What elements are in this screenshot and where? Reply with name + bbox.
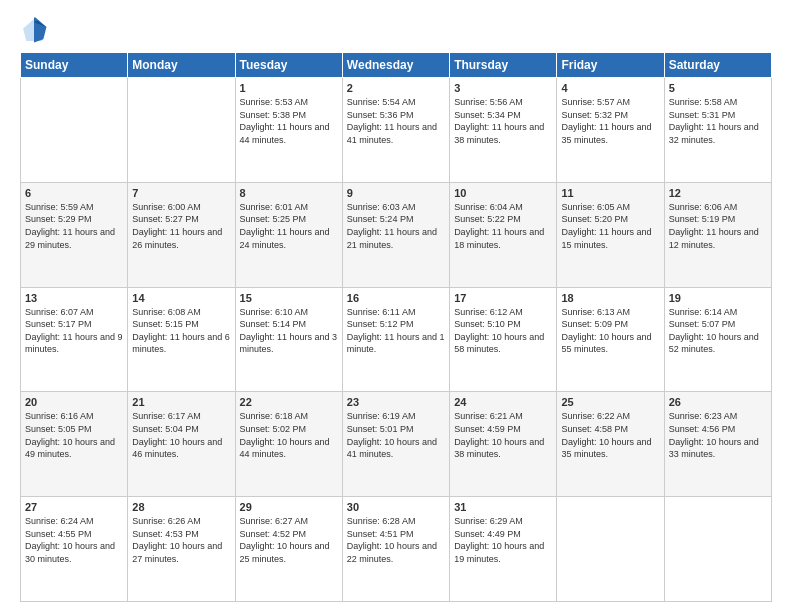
day-info: Sunrise: 5:58 AM Sunset: 5:31 PM Dayligh…	[669, 96, 767, 146]
day-number: 21	[132, 396, 230, 408]
day-number: 4	[561, 82, 659, 94]
day-info: Sunrise: 5:57 AM Sunset: 5:32 PM Dayligh…	[561, 96, 659, 146]
day-number: 10	[454, 187, 552, 199]
week-row-5: 27Sunrise: 6:24 AM Sunset: 4:55 PM Dayli…	[21, 497, 772, 602]
weekday-thursday: Thursday	[450, 53, 557, 78]
day-info: Sunrise: 6:16 AM Sunset: 5:05 PM Dayligh…	[25, 410, 123, 460]
day-number: 18	[561, 292, 659, 304]
day-number: 8	[240, 187, 338, 199]
day-number: 6	[25, 187, 123, 199]
day-number: 1	[240, 82, 338, 94]
calendar-cell: 3Sunrise: 5:56 AM Sunset: 5:34 PM Daylig…	[450, 78, 557, 183]
day-number: 13	[25, 292, 123, 304]
calendar-cell: 26Sunrise: 6:23 AM Sunset: 4:56 PM Dayli…	[664, 392, 771, 497]
day-number: 14	[132, 292, 230, 304]
day-info: Sunrise: 5:53 AM Sunset: 5:38 PM Dayligh…	[240, 96, 338, 146]
day-info: Sunrise: 6:03 AM Sunset: 5:24 PM Dayligh…	[347, 201, 445, 251]
calendar-cell: 4Sunrise: 5:57 AM Sunset: 5:32 PM Daylig…	[557, 78, 664, 183]
weekday-saturday: Saturday	[664, 53, 771, 78]
day-number: 5	[669, 82, 767, 94]
day-info: Sunrise: 6:10 AM Sunset: 5:14 PM Dayligh…	[240, 306, 338, 356]
weekday-wednesday: Wednesday	[342, 53, 449, 78]
calendar-cell: 31Sunrise: 6:29 AM Sunset: 4:49 PM Dayli…	[450, 497, 557, 602]
calendar-cell	[557, 497, 664, 602]
calendar-cell	[21, 78, 128, 183]
calendar-cell: 17Sunrise: 6:12 AM Sunset: 5:10 PM Dayli…	[450, 287, 557, 392]
calendar: SundayMondayTuesdayWednesdayThursdayFrid…	[20, 52, 772, 602]
day-info: Sunrise: 6:17 AM Sunset: 5:04 PM Dayligh…	[132, 410, 230, 460]
calendar-cell	[664, 497, 771, 602]
calendar-cell: 1Sunrise: 5:53 AM Sunset: 5:38 PM Daylig…	[235, 78, 342, 183]
page: SundayMondayTuesdayWednesdayThursdayFrid…	[0, 0, 792, 612]
day-info: Sunrise: 6:07 AM Sunset: 5:17 PM Dayligh…	[25, 306, 123, 356]
day-number: 27	[25, 501, 123, 513]
calendar-cell: 22Sunrise: 6:18 AM Sunset: 5:02 PM Dayli…	[235, 392, 342, 497]
day-info: Sunrise: 6:21 AM Sunset: 4:59 PM Dayligh…	[454, 410, 552, 460]
calendar-cell: 20Sunrise: 6:16 AM Sunset: 5:05 PM Dayli…	[21, 392, 128, 497]
calendar-body: 1Sunrise: 5:53 AM Sunset: 5:38 PM Daylig…	[21, 78, 772, 602]
day-number: 30	[347, 501, 445, 513]
calendar-cell: 29Sunrise: 6:27 AM Sunset: 4:52 PM Dayli…	[235, 497, 342, 602]
weekday-friday: Friday	[557, 53, 664, 78]
weekday-tuesday: Tuesday	[235, 53, 342, 78]
day-number: 16	[347, 292, 445, 304]
calendar-cell: 16Sunrise: 6:11 AM Sunset: 5:12 PM Dayli…	[342, 287, 449, 392]
calendar-cell: 10Sunrise: 6:04 AM Sunset: 5:22 PM Dayli…	[450, 182, 557, 287]
logo	[20, 16, 52, 44]
weekday-sunday: Sunday	[21, 53, 128, 78]
day-number: 23	[347, 396, 445, 408]
calendar-cell: 30Sunrise: 6:28 AM Sunset: 4:51 PM Dayli…	[342, 497, 449, 602]
day-number: 15	[240, 292, 338, 304]
day-info: Sunrise: 6:04 AM Sunset: 5:22 PM Dayligh…	[454, 201, 552, 251]
day-number: 20	[25, 396, 123, 408]
calendar-cell: 11Sunrise: 6:05 AM Sunset: 5:20 PM Dayli…	[557, 182, 664, 287]
day-info: Sunrise: 5:56 AM Sunset: 5:34 PM Dayligh…	[454, 96, 552, 146]
logo-icon	[20, 16, 48, 44]
day-number: 12	[669, 187, 767, 199]
calendar-cell: 18Sunrise: 6:13 AM Sunset: 5:09 PM Dayli…	[557, 287, 664, 392]
weekday-monday: Monday	[128, 53, 235, 78]
day-info: Sunrise: 6:29 AM Sunset: 4:49 PM Dayligh…	[454, 515, 552, 565]
header	[20, 16, 772, 44]
weekday-row: SundayMondayTuesdayWednesdayThursdayFrid…	[21, 53, 772, 78]
day-info: Sunrise: 6:19 AM Sunset: 5:01 PM Dayligh…	[347, 410, 445, 460]
day-number: 3	[454, 82, 552, 94]
day-info: Sunrise: 6:05 AM Sunset: 5:20 PM Dayligh…	[561, 201, 659, 251]
calendar-cell: 19Sunrise: 6:14 AM Sunset: 5:07 PM Dayli…	[664, 287, 771, 392]
calendar-cell: 21Sunrise: 6:17 AM Sunset: 5:04 PM Dayli…	[128, 392, 235, 497]
day-number: 22	[240, 396, 338, 408]
day-info: Sunrise: 6:00 AM Sunset: 5:27 PM Dayligh…	[132, 201, 230, 251]
day-info: Sunrise: 6:14 AM Sunset: 5:07 PM Dayligh…	[669, 306, 767, 356]
day-info: Sunrise: 6:08 AM Sunset: 5:15 PM Dayligh…	[132, 306, 230, 356]
calendar-cell: 28Sunrise: 6:26 AM Sunset: 4:53 PM Dayli…	[128, 497, 235, 602]
day-info: Sunrise: 6:13 AM Sunset: 5:09 PM Dayligh…	[561, 306, 659, 356]
week-row-3: 13Sunrise: 6:07 AM Sunset: 5:17 PM Dayli…	[21, 287, 772, 392]
day-number: 17	[454, 292, 552, 304]
calendar-cell	[128, 78, 235, 183]
calendar-cell: 9Sunrise: 6:03 AM Sunset: 5:24 PM Daylig…	[342, 182, 449, 287]
calendar-cell: 24Sunrise: 6:21 AM Sunset: 4:59 PM Dayli…	[450, 392, 557, 497]
week-row-2: 6Sunrise: 5:59 AM Sunset: 5:29 PM Daylig…	[21, 182, 772, 287]
day-info: Sunrise: 6:01 AM Sunset: 5:25 PM Dayligh…	[240, 201, 338, 251]
day-info: Sunrise: 6:12 AM Sunset: 5:10 PM Dayligh…	[454, 306, 552, 356]
day-info: Sunrise: 6:27 AM Sunset: 4:52 PM Dayligh…	[240, 515, 338, 565]
day-info: Sunrise: 5:54 AM Sunset: 5:36 PM Dayligh…	[347, 96, 445, 146]
day-info: Sunrise: 6:18 AM Sunset: 5:02 PM Dayligh…	[240, 410, 338, 460]
day-info: Sunrise: 6:28 AM Sunset: 4:51 PM Dayligh…	[347, 515, 445, 565]
week-row-4: 20Sunrise: 6:16 AM Sunset: 5:05 PM Dayli…	[21, 392, 772, 497]
day-info: Sunrise: 6:23 AM Sunset: 4:56 PM Dayligh…	[669, 410, 767, 460]
calendar-header: SundayMondayTuesdayWednesdayThursdayFrid…	[21, 53, 772, 78]
day-number: 29	[240, 501, 338, 513]
day-number: 28	[132, 501, 230, 513]
calendar-cell: 8Sunrise: 6:01 AM Sunset: 5:25 PM Daylig…	[235, 182, 342, 287]
week-row-1: 1Sunrise: 5:53 AM Sunset: 5:38 PM Daylig…	[21, 78, 772, 183]
calendar-cell: 6Sunrise: 5:59 AM Sunset: 5:29 PM Daylig…	[21, 182, 128, 287]
day-number: 7	[132, 187, 230, 199]
calendar-cell: 25Sunrise: 6:22 AM Sunset: 4:58 PM Dayli…	[557, 392, 664, 497]
day-number: 9	[347, 187, 445, 199]
day-number: 2	[347, 82, 445, 94]
day-number: 25	[561, 396, 659, 408]
day-info: Sunrise: 6:22 AM Sunset: 4:58 PM Dayligh…	[561, 410, 659, 460]
calendar-cell: 27Sunrise: 6:24 AM Sunset: 4:55 PM Dayli…	[21, 497, 128, 602]
day-info: Sunrise: 5:59 AM Sunset: 5:29 PM Dayligh…	[25, 201, 123, 251]
